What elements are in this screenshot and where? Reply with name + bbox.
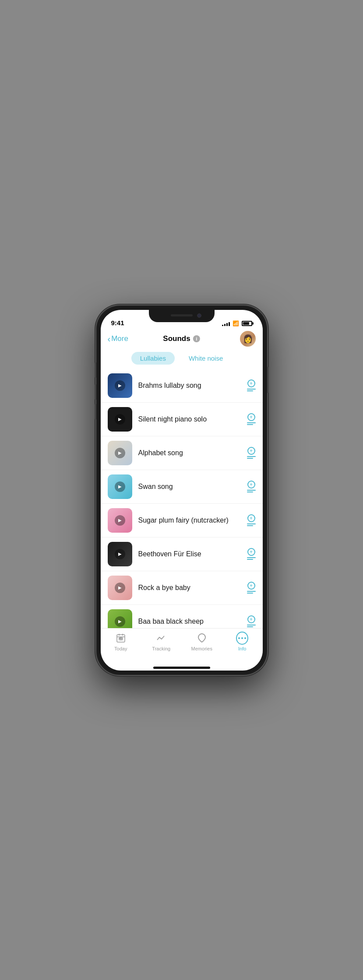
back-chevron-icon: ‹ [108, 334, 111, 343]
tracking-tab-label: Tracking [152, 646, 170, 651]
list-item[interactable]: ▶Silent night piano solo + [101, 403, 263, 436]
bottom-tab-bar: Today Tracking Memories [101, 628, 263, 664]
battery-icon [242, 321, 252, 326]
song-name: Rock a bye baby [138, 584, 241, 592]
list-lines-icon [247, 456, 256, 459]
memories-tab-label: Memories [191, 646, 212, 651]
add-to-list-button[interactable]: + [247, 481, 256, 492]
plus-icon: + [247, 447, 255, 455]
tab-info[interactable]: Info [222, 632, 263, 651]
list-lines-icon [247, 591, 256, 594]
plus-icon: + [247, 615, 255, 623]
list-item[interactable]: ▶Alphabet song + [101, 436, 263, 470]
list-item[interactable]: ▶Swan song + [101, 470, 263, 504]
plus-icon: + [247, 379, 255, 387]
list-lines-icon [247, 389, 256, 391]
plus-icon: + [247, 413, 255, 421]
home-indicator [153, 667, 210, 669]
play-button[interactable]: ▶ [115, 414, 125, 425]
play-button[interactable]: ▶ [115, 515, 125, 526]
song-list: ▶Brahms lullaby song + ▶Silent night pia… [101, 369, 263, 628]
tab-memories[interactable]: Memories [182, 632, 222, 651]
tab-today[interactable]: Today [101, 632, 141, 651]
today-icon [115, 632, 127, 644]
add-to-list-button[interactable]: + [247, 514, 256, 526]
info-tab-icon [236, 632, 248, 644]
add-to-list-button[interactable]: + [247, 413, 256, 425]
back-button[interactable]: ‹ More [108, 334, 128, 343]
camera [197, 313, 201, 318]
tracking-icon [155, 632, 167, 644]
song-name: Beethoven Für Elise [138, 550, 241, 558]
list-item[interactable]: ▶Sugar plum fairy (nutcracker) + [101, 504, 263, 537]
list-lines-icon [247, 422, 256, 425]
plus-icon: + [247, 582, 255, 590]
memories-icon [196, 632, 208, 644]
list-item[interactable]: ▶Baa baa black sheep + [101, 605, 263, 628]
list-item[interactable]: ▶Beethoven Für Elise + [101, 537, 263, 571]
add-to-list-button[interactable]: + [247, 548, 256, 560]
add-to-list-button[interactable]: + [247, 379, 256, 391]
title-info-icon[interactable]: i [193, 335, 200, 342]
add-to-list-button[interactable]: + [247, 447, 256, 459]
song-thumbnail: ▶ [108, 609, 132, 628]
song-thumbnail: ▶ [108, 474, 132, 499]
song-name: Silent night piano solo [138, 415, 241, 423]
signal-icon [222, 321, 230, 326]
wifi-icon: 📶 [233, 320, 239, 327]
tab-white-noise[interactable]: White noise [180, 352, 232, 365]
status-icons: 📶 [222, 320, 252, 327]
list-lines-icon [247, 523, 256, 526]
add-to-list-button[interactable]: + [247, 582, 256, 594]
status-time: 9:41 [111, 319, 124, 327]
today-tab-label: Today [114, 646, 127, 651]
phone-device: 9:41 📶 ‹ More Sounds [96, 306, 267, 675]
song-name: Brahms lullaby song [138, 382, 241, 390]
play-button[interactable]: ▶ [115, 380, 125, 391]
list-lines-icon [247, 557, 256, 560]
category-tabs: Lullabies White noise [101, 348, 263, 369]
play-button[interactable]: ▶ [115, 448, 125, 458]
plus-icon: + [247, 481, 255, 488]
phone-screen: 9:41 📶 ‹ More Sounds [101, 310, 263, 671]
song-name: Swan song [138, 483, 241, 491]
add-to-list-button[interactable]: + [247, 615, 256, 627]
song-name: Alphabet song [138, 449, 241, 457]
tab-lullabies[interactable]: Lullabies [131, 352, 175, 365]
play-button[interactable]: ▶ [115, 583, 125, 593]
song-thumbnail: ▶ [108, 441, 132, 465]
avatar[interactable]: 👩 [240, 331, 256, 347]
play-button[interactable]: ▶ [115, 616, 125, 627]
plus-icon: + [247, 514, 255, 522]
play-button[interactable]: ▶ [115, 549, 125, 559]
avatar-image: 👩 [240, 331, 256, 347]
list-lines-icon [247, 625, 256, 627]
song-name: Baa baa black sheep [138, 618, 241, 625]
notch [149, 310, 215, 322]
song-thumbnail: ▶ [108, 508, 132, 533]
list-lines-icon [247, 490, 256, 492]
tab-tracking[interactable]: Tracking [141, 632, 182, 651]
song-thumbnail: ▶ [108, 542, 132, 566]
song-thumbnail: ▶ [108, 576, 132, 600]
song-thumbnail: ▶ [108, 373, 132, 398]
song-thumbnail: ▶ [108, 407, 132, 432]
page-title: Sounds i [163, 334, 200, 343]
song-name: Sugar plum fairy (nutcracker) [138, 516, 241, 524]
list-item[interactable]: ▶Brahms lullaby song + [101, 369, 263, 403]
back-label: More [111, 334, 128, 343]
speaker [171, 314, 193, 316]
list-item[interactable]: ▶Rock a bye baby + [101, 571, 263, 605]
header: ‹ More Sounds i 👩 [101, 329, 263, 348]
play-button[interactable]: ▶ [115, 481, 125, 492]
info-tab-label: Info [238, 646, 246, 651]
plus-icon: + [247, 548, 255, 556]
